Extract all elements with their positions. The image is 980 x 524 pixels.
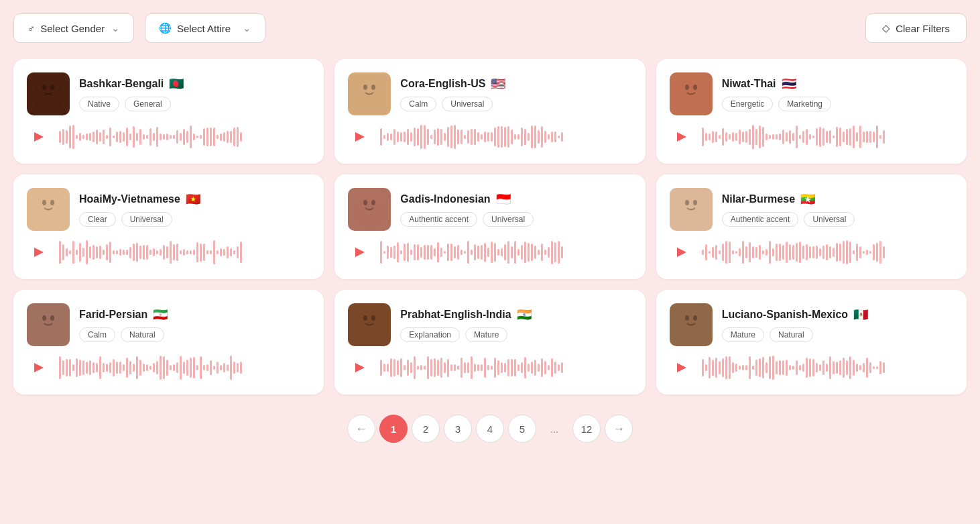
waveform-bar [106,244,108,260]
play-button[interactable] [670,240,694,264]
name-text: HoaiMy-Vietnamese [79,193,180,205]
tag: Natural [770,327,813,342]
waveform-bar [96,246,98,258]
waveform[interactable] [59,123,310,150]
waveform-bar [759,245,761,259]
waveform-bar [170,241,172,264]
waveform-bar [759,125,761,148]
waveform-bar [227,131,229,143]
waveform-bar [776,244,778,260]
waveform-bar [62,244,64,261]
play-button[interactable] [27,125,51,149]
waveform-bar [859,365,861,371]
waveform-bar [163,245,165,260]
waveform-bar [541,244,543,261]
waveform-bar [424,125,426,148]
page-4-button[interactable]: 4 [476,415,504,443]
waveform-bar [176,244,178,261]
waveform-bar [230,248,232,256]
waveform-bar [173,364,175,370]
waveform[interactable] [702,354,953,381]
waveform-bar [99,132,101,142]
page-12-button[interactable]: 12 [572,415,601,443]
waveform-bar [233,362,235,374]
waveform-bar [491,132,493,142]
waveform-bar [213,366,215,370]
page-1-button[interactable]: 1 [379,415,408,443]
waveform-bar [427,245,429,260]
waveform-bar [180,250,182,254]
waveform-bar [521,362,523,372]
waveform-bar [404,132,406,142]
waveform-bar [544,131,546,144]
avatar-svg [670,303,713,346]
play-button[interactable] [348,240,372,264]
waveform-bar [230,131,232,143]
waveform-bar [531,125,533,148]
waveform-bar [752,246,754,259]
tag: Universal [804,212,855,227]
waveform[interactable] [380,239,631,266]
waveform-bar [792,133,794,141]
waveform-bar [176,130,178,144]
waveform-bar [494,243,496,261]
waveform-bar [799,135,801,139]
waveform-bar [534,246,536,258]
waveform-bar [749,242,751,262]
name-text: Niwat-Thai [722,78,776,90]
waveform-bar [786,360,788,376]
waveform-bar [772,248,774,256]
waveform-bar [796,360,798,375]
waveform-bar [203,128,205,146]
play-button[interactable] [670,356,694,380]
svg-point-22 [685,200,689,205]
next-page-button[interactable]: → [605,415,633,443]
waveform-bar [551,358,553,377]
page-5-button[interactable]: 5 [508,415,536,443]
waveform-bar [240,242,242,263]
play-button[interactable] [670,125,694,149]
page-2-button[interactable]: 2 [412,415,440,443]
waveform[interactable] [380,354,631,381]
waveform-bar [705,364,707,372]
select-gender-dropdown[interactable]: ♂ Select Gender ⌄ [13,13,134,43]
waveform-bar [210,127,212,147]
waveform-bar [839,360,841,375]
play-button[interactable] [348,125,372,149]
waveform-bar [856,132,858,142]
select-attire-dropdown[interactable]: 🌐 Select Attire ⌄ [145,13,265,43]
waveform-bar [166,360,168,376]
waveform-bar [62,360,64,375]
avatar [27,72,70,115]
page-3-button[interactable]: 3 [444,415,472,443]
card-info: Farid-Persian 🇮🇷 CalmNatural [79,307,310,342]
waveform-bar [735,133,737,142]
clear-filters-button[interactable]: ◇ Clear Filters [865,13,967,43]
waveform-bar [745,246,747,259]
play-button[interactable] [27,356,51,380]
waveform-bar [812,136,814,138]
waveform-bar [534,125,536,149]
svg-point-17 [359,193,380,215]
waveform[interactable] [380,123,631,150]
waveform[interactable] [702,123,953,150]
waveform-bar [829,246,831,258]
avatar [348,72,391,115]
waveform-bar [836,362,838,374]
audio-player [670,239,953,266]
waveform[interactable] [59,354,310,381]
waveform-bar [223,249,225,256]
waveform-bar [217,135,219,140]
waveform-bar [517,134,519,140]
waveform-bar [521,245,523,260]
waveform-bar [745,131,747,142]
gender-icon: ♂ [27,23,35,34]
waveform-bar [186,360,188,375]
waveform[interactable] [59,239,310,266]
play-button[interactable] [348,356,372,380]
waveform[interactable] [702,239,953,266]
prev-page-button[interactable]: ← [347,415,375,443]
waveform-bar [237,363,239,373]
play-button[interactable] [27,240,51,264]
svg-point-6 [363,85,367,90]
